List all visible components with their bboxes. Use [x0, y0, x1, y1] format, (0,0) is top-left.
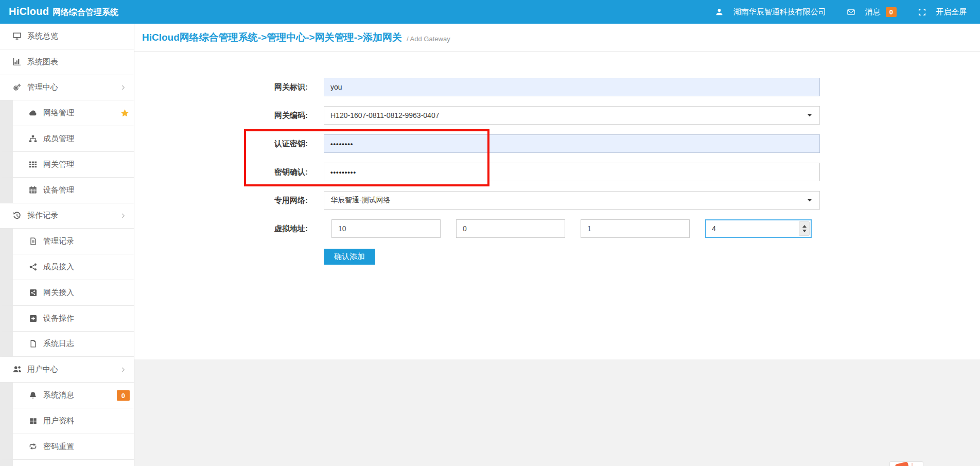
gateway-id-label: 网关标识: — [134, 82, 324, 92]
stepper-up-icon[interactable] — [802, 225, 807, 228]
auth-key-label: 认证密钥: — [134, 139, 324, 149]
sidebar-item-label: 网关接入 — [43, 288, 74, 298]
sidebar-item-label: 用户资料 — [43, 416, 74, 426]
stepper-down-icon[interactable] — [802, 230, 807, 232]
sidebar-item-label: 管理记录 — [43, 236, 74, 246]
sidebar-navigation: 系统总览 系统图表 管理中心 网络管理 成员管理 网关管理 设备管理 操作记录 … — [0, 24, 134, 466]
page-background — [134, 359, 980, 466]
virtual-address-octet-1[interactable] — [331, 219, 441, 238]
sidebar-item-label: 密码重置 — [43, 442, 74, 452]
key-confirm-row: 密钥确认: — [134, 163, 980, 181]
sidebar-item-label: 操作记录 — [27, 211, 58, 220]
sidebar-item-system-overview[interactable]: 系统总览 — [0, 24, 134, 49]
sidebar-item-partial — [0, 460, 134, 466]
floating-widget-icon — [895, 461, 909, 466]
sidebar-item-member-management[interactable]: 成员管理 — [0, 126, 134, 152]
sidebar-item-label: 系统图表 — [27, 57, 58, 67]
sidebar-item-system-charts[interactable]: 系统图表 — [0, 49, 134, 75]
private-network-label: 专用网络: — [134, 196, 324, 205]
cloud-icon — [27, 109, 39, 117]
sidebar-item-label: 网关管理 — [43, 160, 74, 169]
breadcrumb-english-suffix: / Add Gateway — [407, 32, 450, 43]
sidebar-item-member-access[interactable]: 成员接入 — [0, 254, 134, 280]
bell-icon — [27, 391, 39, 400]
sidebar-item-label: 设备操作 — [43, 314, 74, 323]
reset-icon — [27, 442, 39, 451]
confirm-add-button[interactable]: 确认添加 — [324, 249, 375, 265]
users-icon — [11, 365, 23, 374]
brand-subtitle: 网络综合管理系统 — [52, 7, 118, 18]
plus-square-icon — [27, 315, 39, 322]
sidebar-item-label: 成员接入 — [43, 262, 74, 272]
virtual-address-octet-4[interactable] — [705, 219, 812, 238]
sidebar-item-operation-records[interactable]: 操作记录 — [0, 203, 134, 229]
add-gateway-form: 网关标识: 网关编码: H120-1607-0811-0812-9963-040… — [134, 51, 980, 265]
gateway-code-row: 网关编码: H120-1607-0811-0812-9963-0407 — [134, 106, 980, 125]
caret-down-icon — [807, 197, 813, 203]
system-messages-count-badge: 0 — [117, 390, 130, 401]
private-network-selected-value: 华辰智通-测试网络 — [330, 196, 391, 205]
sidebar-item-management-records[interactable]: 管理记录 — [0, 229, 134, 254]
sidebar-item-label: 系统日志 — [43, 339, 74, 349]
caret-down-icon — [807, 112, 813, 118]
messages-menu[interactable]: 消息 0 — [846, 7, 897, 17]
gateway-code-selected-value: H120-1607-0811-0812-9963-0407 — [330, 111, 439, 119]
star-icon — [120, 109, 129, 117]
fullscreen-icon — [916, 8, 927, 16]
document-icon — [27, 237, 39, 245]
sidebar-item-system-logs[interactable]: 系统日志 — [0, 332, 134, 357]
sitemap-icon — [27, 135, 39, 143]
user-icon — [714, 8, 725, 16]
virtual-address-label: 虚拟地址: — [134, 224, 324, 234]
chevron-right-icon — [120, 84, 126, 91]
sidebar-item-network-management[interactable]: 网络管理 — [0, 100, 134, 126]
chevron-right-icon — [120, 213, 126, 219]
tiles-icon — [27, 417, 39, 425]
sidebar-item-device-management[interactable]: 设备管理 — [0, 178, 134, 203]
history-icon — [11, 212, 23, 220]
sidebar-item-user-profile[interactable]: 用户资料 — [0, 408, 134, 434]
sidebar-item-gateway-management[interactable]: 网关管理 — [0, 152, 134, 178]
sidebar-item-label: 用户中心 — [27, 365, 58, 374]
key-confirm-label: 密钥确认: — [134, 167, 324, 177]
auth-key-input[interactable] — [324, 134, 820, 153]
file-icon — [27, 340, 39, 348]
messages-count-badge: 0 — [886, 7, 897, 17]
share-icon — [27, 263, 39, 271]
floating-widget-detail — [912, 463, 913, 466]
sidebar-item-password-reset[interactable]: 密码重置 — [0, 434, 134, 460]
virtual-address-octet-4-wrapper — [705, 219, 812, 238]
floating-widget-cutoff[interactable] — [889, 461, 923, 466]
sidebar-item-label: 系统消息 — [43, 390, 74, 400]
virtual-address-row: 虚拟地址: — [134, 219, 980, 238]
sidebar-item-system-messages[interactable]: 系统消息 0 — [0, 383, 134, 408]
sidebar-item-user-center[interactable]: 用户中心 — [0, 357, 134, 383]
main-content: HiCloud网络综合管理系统->管理中心->网关管理->添加网关 / Add … — [134, 24, 980, 466]
app-logo: HiCloud 网络综合管理系统 — [0, 6, 118, 18]
add-gateway-form-panel: 网关标识: 网关编码: H120-1607-0811-0812-9963-040… — [134, 51, 980, 359]
private-network-row: 专用网络: 华辰智通-测试网络 — [134, 191, 980, 210]
company-name: 湖南华辰智通科技有限公司 — [733, 7, 826, 17]
fullscreen-label: 开启全屏 — [936, 7, 967, 17]
sidebar-item-management-center[interactable]: 管理中心 — [0, 75, 134, 101]
fullscreen-toggle[interactable]: 开启全屏 — [916, 7, 967, 17]
private-network-select[interactable]: 华辰智通-测试网络 — [324, 191, 820, 210]
key-confirm-input[interactable] — [324, 163, 820, 181]
sidebar-item-label: 设备管理 — [43, 185, 74, 195]
gateway-id-input[interactable] — [324, 78, 820, 96]
sidebar-item-label: 系统总览 — [27, 31, 58, 41]
sidebar-item-label: 管理中心 — [27, 82, 58, 92]
number-stepper[interactable] — [799, 221, 810, 236]
company-account-menu[interactable]: 湖南华辰智通科技有限公司 — [714, 7, 826, 17]
virtual-address-octet-3[interactable] — [581, 219, 690, 238]
share-square-icon — [27, 289, 39, 297]
sidebar-item-gateway-access[interactable]: 网关接入 — [0, 280, 134, 306]
brand-name: HiCloud — [9, 6, 49, 18]
virtual-address-octet-2[interactable] — [456, 219, 565, 238]
gateway-id-row: 网关标识: — [134, 78, 980, 96]
auth-key-row: 认证密钥: — [134, 134, 980, 153]
gears-icon — [11, 83, 23, 92]
breadcrumb-bar: HiCloud网络综合管理系统->管理中心->网关管理->添加网关 / Add … — [134, 24, 980, 51]
gateway-code-select[interactable]: H120-1607-0811-0812-9963-0407 — [324, 106, 820, 125]
sidebar-item-device-operations[interactable]: 设备操作 — [0, 306, 134, 332]
